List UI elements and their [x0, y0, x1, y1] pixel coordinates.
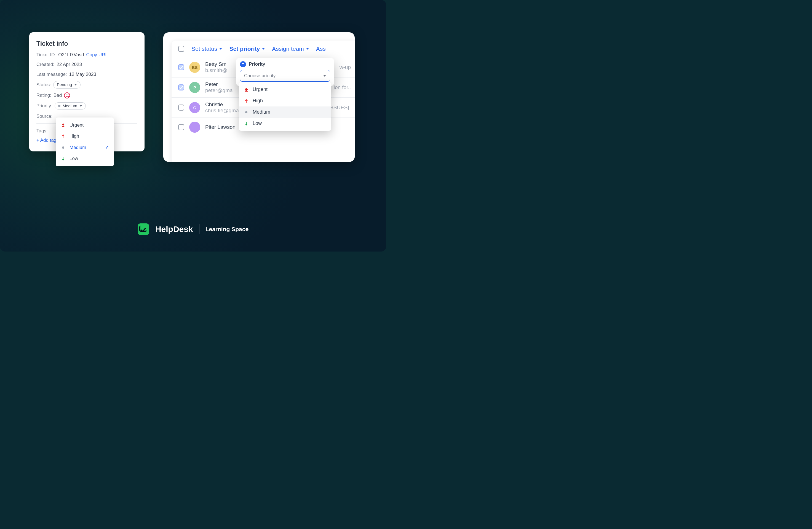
priority-select[interactable]: Choose priority...	[240, 70, 330, 82]
panel-title: Ticket info	[37, 40, 137, 47]
created-value: 22 Apr 2023	[57, 61, 82, 67]
set-priority-button[interactable]: Set priority	[229, 45, 265, 52]
priority-option-high[interactable]: High	[56, 131, 114, 142]
row-checkbox[interactable]	[178, 124, 184, 130]
urgent-icon	[244, 88, 249, 91]
dot-icon	[58, 105, 60, 107]
rating-row: Rating: Bad	[37, 92, 137, 99]
row-checkbox[interactable]	[178, 104, 184, 111]
assign-team-button[interactable]: Assign team	[272, 45, 309, 52]
arrow-up-circle-icon	[240, 61, 246, 67]
urgent-icon	[61, 123, 66, 127]
assign-more-button[interactable]: Ass	[316, 45, 326, 52]
label: Status:	[37, 82, 51, 88]
check-icon: ✓	[105, 145, 109, 150]
row-rest-text: ion for..	[334, 84, 351, 90]
priority-option-medium[interactable]: Medium	[239, 106, 331, 118]
high-icon	[61, 134, 66, 138]
row-checkbox[interactable]	[178, 84, 184, 90]
copy-url-link[interactable]: Copy URL	[86, 52, 107, 58]
label: Ticket ID:	[37, 52, 56, 58]
priority-option-high[interactable]: High	[239, 95, 331, 106]
low-icon	[61, 157, 66, 161]
last-message-value: 12 May 2023	[69, 71, 96, 77]
priority-row: Priority: Medium	[37, 102, 137, 110]
person-email: peter@gma	[205, 87, 233, 93]
status-value: Pending	[57, 82, 72, 87]
sad-face-icon	[64, 92, 70, 99]
brand-name: HelpDesk	[155, 224, 193, 234]
last-message-row: Last message: 12 May 2023	[37, 71, 137, 77]
option-label: Medium	[253, 109, 270, 115]
priority-option-low[interactable]: Low	[239, 118, 331, 129]
medium-icon	[244, 111, 249, 113]
popover-header: Priority	[240, 61, 330, 67]
ticket-id-row: Ticket ID: O21LI7Vasd Copy URL	[37, 52, 137, 58]
person-block: Peterpeter@gma	[205, 82, 233, 93]
helpdesk-logo-icon	[137, 223, 149, 235]
person-name: Piter Lawson	[205, 124, 235, 130]
person-email: b.smith@	[205, 67, 228, 73]
ticket-id-value: O21LI7Vasd	[58, 52, 84, 58]
chevron-down-icon	[262, 48, 265, 50]
priority-option-urgent[interactable]: Urgent	[56, 120, 114, 131]
label: Created:	[37, 61, 54, 67]
option-label: High	[70, 133, 79, 139]
high-icon	[244, 99, 249, 103]
popover-title: Priority	[249, 61, 265, 67]
option-label: Urgent	[70, 122, 84, 128]
option-label: High	[253, 98, 263, 104]
option-label: Low	[253, 120, 262, 126]
priority-value: Medium	[63, 103, 77, 109]
avatar: BS	[189, 62, 200, 73]
avatar: C	[189, 102, 200, 113]
status-row: Status: Pending	[37, 81, 137, 89]
label: Tags:	[37, 128, 48, 134]
label: Last message:	[37, 71, 67, 77]
priority-popover: Priority Choose priority... UrgentHighMe…	[236, 58, 334, 86]
option-label: Low	[70, 156, 78, 161]
person-block: Betty Smib.smith@	[205, 61, 228, 73]
priority-option-low[interactable]: Low	[56, 153, 114, 164]
avatar	[189, 122, 200, 133]
brand-subtitle: Learning Space	[205, 226, 248, 233]
chevron-down-icon	[323, 75, 326, 77]
priority-option-urgent[interactable]: Urgent	[239, 84, 331, 95]
select-placeholder: Choose priority...	[244, 73, 279, 78]
row-checkbox[interactable]	[178, 64, 184, 70]
label: Source:	[37, 113, 53, 119]
created-row: Created: 22 Apr 2023	[37, 61, 137, 67]
chevron-down-icon	[306, 48, 309, 50]
person-block: Piter Lawson	[205, 124, 235, 130]
priority-option-medium[interactable]: Medium✓	[56, 142, 114, 153]
row-rest-text: SSUES}.	[330, 104, 351, 111]
row-rest-text: w-up	[339, 64, 351, 70]
priority-popover-dropdown: UrgentHighMediumLow	[239, 82, 331, 131]
select-all-checkbox[interactable]	[178, 46, 184, 52]
chevron-down-icon	[219, 48, 222, 50]
low-icon	[244, 122, 249, 126]
priority-dropdown: UrgentHighMedium✓Low	[56, 117, 114, 166]
chevron-down-icon	[74, 84, 77, 86]
option-label: Urgent	[253, 87, 267, 92]
person-name: Betty Smi	[205, 61, 228, 67]
chevron-down-icon	[79, 105, 82, 107]
stage: Ticket info Ticket ID: O21LI7Vasd Copy U…	[0, 0, 386, 251]
person-name: Peter	[205, 82, 233, 87]
status-chip[interactable]: Pending	[53, 81, 81, 89]
bulk-toolbar: Set status Set priority Assign team Ass	[172, 41, 355, 57]
avatar: P	[189, 82, 200, 93]
footer-brand: HelpDesk Learning Space	[0, 223, 386, 235]
set-status-button[interactable]: Set status	[191, 45, 222, 52]
option-label: Medium	[70, 145, 86, 150]
label: Priority:	[37, 103, 53, 109]
priority-chip[interactable]: Medium	[55, 102, 86, 110]
medium-icon	[61, 146, 66, 149]
rating-value: Bad	[54, 92, 62, 98]
label: Rating:	[37, 92, 51, 98]
